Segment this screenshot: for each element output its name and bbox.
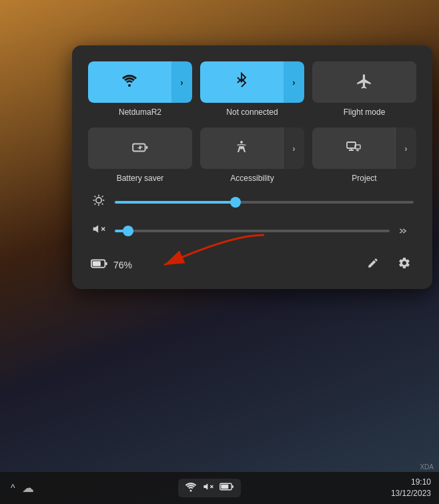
bluetooth-toggle-button[interactable]: [200, 61, 283, 103]
brightness-icon: [91, 194, 107, 210]
brightness-slider-row: [91, 194, 414, 210]
battery-saver-tile: Battery saver: [88, 128, 192, 183]
volume-muted-icon: [91, 222, 107, 239]
svg-point-12: [96, 198, 101, 203]
project-toggle-button[interactable]: [312, 128, 395, 169]
svg-rect-6: [347, 142, 356, 148]
svg-rect-24: [93, 261, 101, 266]
bluetooth-icon: [236, 72, 248, 92]
quick-settings-panel: › NetdumaR2: [72, 45, 432, 289]
accessibility-chevron-icon: ›: [292, 144, 295, 154]
wifi-label: NetdumaR2: [119, 107, 161, 117]
battery-saver-button[interactable]: [88, 128, 192, 169]
bluetooth-tile: › Not connected: [200, 61, 304, 117]
svg-rect-4: [146, 146, 148, 148]
flight-mode-label: Flight mode: [344, 107, 386, 117]
bluetooth-label: Not connected: [226, 107, 278, 117]
svg-line-18: [102, 204, 103, 205]
edit-button[interactable]: [364, 254, 382, 275]
tiles-row-1: › NetdumaR2: [88, 61, 416, 117]
system-tray-group[interactable]: [178, 479, 241, 497]
xda-watermark: XDA: [420, 463, 434, 471]
flight-mode-button[interactable]: [312, 61, 416, 103]
brightness-slider[interactable]: [115, 201, 414, 204]
taskbar-date: 13/12/2023: [391, 488, 431, 499]
tiles-row-2: Battery saver › Accessibi: [88, 128, 416, 183]
battery-section: 76%: [91, 258, 132, 271]
svg-rect-32: [232, 485, 234, 488]
red-arrow-annotation: [111, 228, 271, 275]
taskbar-cloud-icon[interactable]: ☁: [22, 481, 34, 495]
bottom-actions: [364, 254, 414, 276]
battery-icon: [91, 258, 108, 271]
project-label: Project: [352, 174, 376, 183]
bottom-bar: 76%: [88, 254, 416, 276]
svg-point-0: [128, 84, 131, 87]
taskbar-volume-icon[interactable]: [202, 481, 214, 495]
taskbar-chevron-up-icon[interactable]: ^: [11, 483, 15, 493]
battery-saver-icon: [131, 139, 149, 158]
wifi-chevron-icon: ›: [180, 77, 183, 87]
taskbar: ^ ☁ 19:10 13: [0, 472, 439, 504]
accessibility-tile: › Accessibility: [200, 128, 304, 183]
svg-point-5: [240, 141, 243, 144]
svg-rect-31: [222, 485, 229, 489]
project-icon: [346, 140, 362, 157]
accessibility-toggle-button[interactable]: [200, 128, 283, 169]
accessibility-expand-button[interactable]: ›: [283, 128, 304, 169]
taskbar-clock[interactable]: 19:10 13/12/2023: [391, 477, 431, 499]
accessibility-icon: [234, 140, 250, 158]
wifi-toggle-button[interactable]: [88, 61, 171, 103]
project-expand-button[interactable]: ›: [395, 128, 416, 169]
bluetooth-expand-button[interactable]: ›: [283, 61, 304, 103]
flight-icon: [356, 73, 373, 92]
taskbar-time: 19:10: [391, 477, 431, 488]
wifi-tile: › NetdumaR2: [88, 61, 192, 117]
project-chevron-icon: ›: [404, 144, 407, 154]
wifi-icon: [121, 73, 137, 91]
bluetooth-chevron-icon: ›: [292, 77, 295, 87]
battery-saver-label: Battery saver: [117, 174, 164, 183]
taskbar-battery-icon[interactable]: [220, 482, 234, 494]
project-tile: › Project: [312, 128, 416, 183]
svg-point-27: [190, 490, 192, 492]
accessibility-label: Accessibility: [230, 174, 274, 183]
svg-line-20: [95, 204, 96, 205]
svg-rect-25: [105, 262, 107, 266]
flight-mode-tile: Flight mode: [312, 61, 416, 117]
svg-line-17: [95, 196, 96, 198]
taskbar-left: ^ ☁: [11, 481, 34, 495]
svg-line-19: [102, 196, 103, 198]
volume-expand-icon[interactable]: [398, 226, 414, 236]
settings-button[interactable]: [395, 254, 414, 276]
taskbar-wifi-icon[interactable]: [185, 481, 197, 495]
wifi-expand-button[interactable]: ›: [171, 61, 192, 103]
